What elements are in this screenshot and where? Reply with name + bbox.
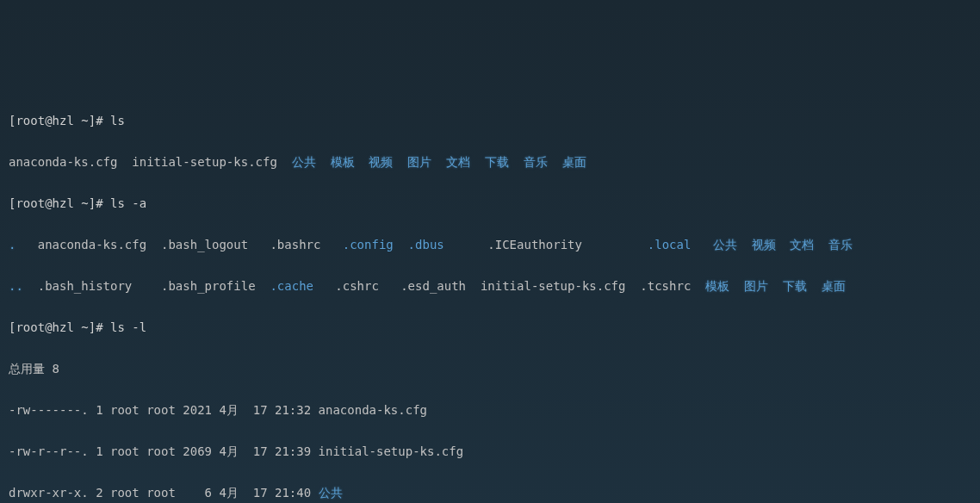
file-name: anaconda-ks.cfg <box>319 403 427 417</box>
dir-dbus: .dbus <box>408 238 444 251</box>
dir-list: 公共 模板 视频 图片 文档 下载 音乐 桌面 <box>292 155 586 169</box>
file-row: -rw-------. 1 root root 2021 4月 17 21:32 <box>9 403 319 417</box>
shell-prompt: [root@hzl ~]# ls -l <box>9 320 146 334</box>
dir-cache: .cache <box>270 279 313 293</box>
total-line: 总用量 8 <box>9 362 59 376</box>
file-name: initial-setup-ks.cfg <box>319 444 464 458</box>
file-list: anaconda-ks.cfg .bash_logout .bashrc <box>16 238 342 251</box>
dir-dotdot: .. <box>9 279 23 293</box>
dir-local: .local <box>648 238 692 251</box>
shell-prompt: [root@hzl ~]# ls -a <box>9 196 146 210</box>
terminal-output: [root@hzl ~]# ls anaconda-ks.cfg initial… <box>9 90 971 503</box>
dir-list: 模板 图片 下载 桌面 <box>705 279 846 293</box>
shell-prompt: [root@hzl ~]# ls <box>9 114 125 127</box>
file-row: -rw-r--r--. 1 root root 2069 4月 17 21:39 <box>9 444 319 458</box>
file-list: .ICEauthority <box>444 238 648 251</box>
file-list: anaconda-ks.cfg initial-setup-ks.cfg <box>9 155 292 169</box>
file-list: .cshrc .esd_auth initial-setup-ks.cfg .t… <box>313 279 705 293</box>
file-row: drwxr-xr-x. 2 root root 6 4月 17 21:40 <box>9 486 319 500</box>
file-list: .bash_history .bash_profile <box>23 279 270 293</box>
dir-list: 公共 视频 文档 音乐 <box>713 238 853 251</box>
dir-config: .config <box>343 238 394 251</box>
dir-name: 公共 <box>319 486 343 500</box>
